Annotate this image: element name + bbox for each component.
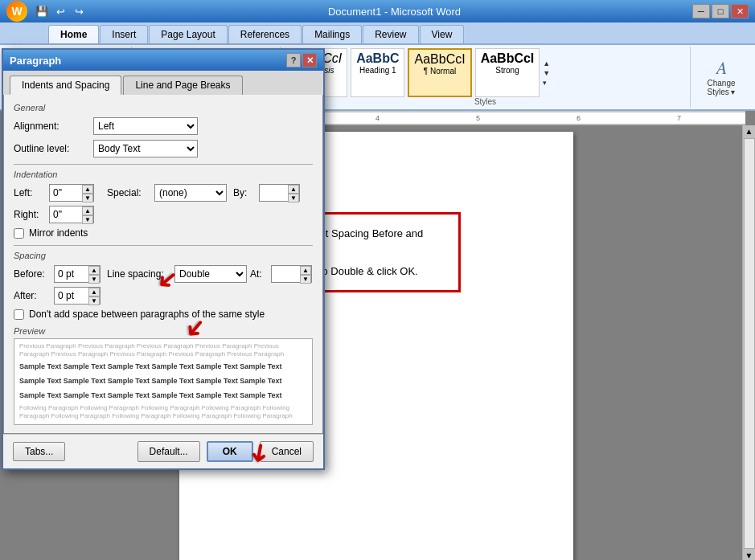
by-down[interactable]: ▼ — [288, 194, 299, 202]
spacing-section-label: Spacing — [14, 251, 313, 260]
after-down[interactable]: ▼ — [88, 296, 100, 305]
by-label: By: — [233, 187, 256, 198]
right-scrollbar[interactable]: ▲ ▼ — [742, 125, 755, 560]
dont-add-space-checkbox[interactable] — [14, 309, 24, 320]
special-select[interactable]: (none) First line Hanging — [154, 184, 227, 202]
change-styles-icon: 𝐴 — [716, 58, 727, 79]
by-up[interactable]: ▲ — [288, 185, 299, 194]
default-btn[interactable]: Default... — [137, 441, 200, 462]
mirror-indents-label: Mirror indents — [29, 227, 88, 239]
indentation-section-label: Indentation — [14, 170, 313, 179]
general-section-label: General — [14, 103, 313, 112]
right-indent-input[interactable] — [50, 206, 82, 223]
tab-indents-spacing[interactable]: Indents and Spacing — [10, 76, 121, 95]
outline-level-select[interactable]: Body Text Level 1 Level 2 — [93, 140, 198, 157]
before-up[interactable]: ▲ — [88, 266, 100, 275]
scroll-thumb[interactable] — [744, 138, 755, 549]
at-input[interactable] — [272, 266, 300, 282]
preview-section-label: Preview — [14, 326, 313, 336]
tab-insert[interactable]: Insert — [100, 25, 148, 43]
preview-box: Previous Paragraph Previous Paragraph Pr… — [14, 338, 313, 425]
window-title: Document1 - Microsoft Word — [96, 6, 692, 18]
before-input[interactable] — [55, 266, 88, 282]
at-down[interactable]: ▼ — [300, 275, 311, 284]
tab-line-page-breaks[interactable]: Line and Page Breaks — [123, 76, 242, 95]
mirror-indents-checkbox[interactable] — [14, 228, 24, 239]
before-label: Before: — [14, 268, 51, 280]
style-strong-preview: AaBbCcI — [481, 51, 535, 66]
close-btn[interactable]: ✕ — [731, 4, 749, 18]
tab-view[interactable]: View — [420, 25, 465, 43]
left-indent-label: Left: — [14, 187, 46, 198]
scroll-down-arrow[interactable]: ▼ — [744, 550, 755, 560]
style-heading1-label: Heading 1 — [356, 66, 399, 75]
left-indent-input[interactable] — [50, 185, 82, 201]
dialog-title: Paragraph — [10, 55, 61, 67]
left-indent-down[interactable]: ▼ — [82, 194, 93, 202]
right-indent-up[interactable]: ▲ — [82, 206, 93, 215]
alignment-label: Alignment: — [14, 121, 90, 132]
right-indent-label: Right: — [14, 209, 46, 220]
scroll-up-arrow[interactable]: ▲ — [744, 125, 755, 137]
special-label: Special: — [107, 187, 151, 198]
change-styles-btn[interactable]: 𝐴 Change Styles ▾ — [691, 47, 752, 108]
preview-next-para: Following Paragraph Following Paragraph … — [19, 404, 307, 419]
style-heading1[interactable]: AaBbC Heading 1 — [351, 48, 404, 97]
alignment-select[interactable]: Left Centered Right Justified — [93, 117, 198, 135]
tab-references[interactable]: References — [228, 25, 302, 43]
style-heading1-preview: AaBbC — [356, 51, 399, 66]
scroll-down-btn[interactable]: ▼ — [543, 69, 550, 77]
ms-office-logo: W — [6, 1, 27, 22]
styles-group-label: Styles — [285, 97, 685, 106]
outline-level-label: Outline level: — [14, 143, 90, 154]
paragraph-dialog: Paragraph ? ✕ Indents and Spacing Line a… — [2, 48, 325, 470]
line-spacing-select[interactable]: Single 1.5 lines Double At least Exactly… — [174, 265, 247, 283]
style-normal-label: ¶ Normal — [414, 67, 465, 76]
dont-add-space-label: Don't add space between paragraphs of th… — [29, 309, 265, 320]
dialog-close-btn[interactable]: ✕ — [302, 53, 317, 67]
minimize-btn[interactable]: ─ — [692, 4, 710, 18]
quick-undo-btn[interactable]: ↩ — [52, 3, 68, 19]
dialog-help-btn[interactable]: ? — [286, 53, 301, 67]
at-label: At: — [250, 268, 268, 280]
quick-save-btn[interactable]: 💾 — [34, 3, 50, 19]
after-up[interactable]: ▲ — [88, 288, 100, 296]
style-normal-preview: AaBbCcI — [414, 52, 465, 67]
preview-sample-text: Sample Text Sample Text Sample Text Samp… — [19, 359, 307, 403]
quick-redo-btn[interactable]: ↪ — [71, 3, 87, 19]
right-indent-down[interactable]: ▼ — [82, 215, 93, 224]
preview-prev-para: Previous Paragraph Previous Paragraph Pr… — [19, 342, 307, 358]
at-up[interactable]: ▲ — [300, 266, 311, 275]
tab-review[interactable]: Review — [363, 25, 418, 43]
style-strong-label: Strong — [481, 66, 535, 75]
tab-mailings[interactable]: Mailings — [302, 25, 362, 43]
tab-home[interactable]: Home — [48, 25, 99, 43]
before-down[interactable]: ▼ — [88, 275, 100, 284]
style-strong[interactable]: AaBbCcI Strong — [475, 48, 540, 97]
scroll-up-btn[interactable]: ▲ — [543, 59, 550, 67]
more-styles-btn[interactable]: ▾ — [543, 79, 550, 87]
left-indent-up[interactable]: ▲ — [82, 185, 93, 194]
after-input[interactable] — [55, 288, 88, 304]
tab-page-layout[interactable]: Page Layout — [149, 25, 227, 43]
change-styles-label: Change Styles ▾ — [697, 79, 745, 96]
style-normal[interactable]: AaBbCcI ¶ Normal — [408, 48, 471, 97]
tabs-btn[interactable]: Tabs... — [13, 442, 65, 461]
after-label: After: — [14, 290, 51, 301]
maximize-btn[interactable]: □ — [712, 4, 729, 18]
by-input[interactable] — [260, 185, 288, 201]
